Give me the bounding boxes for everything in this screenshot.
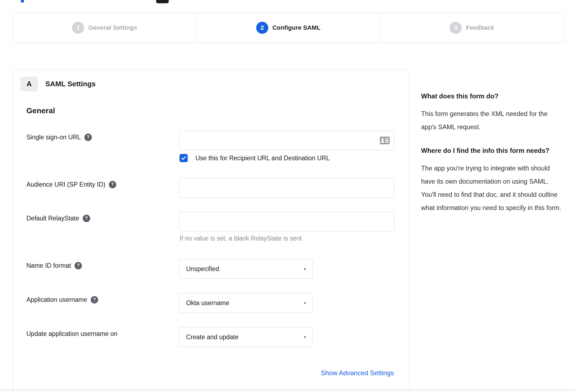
sso-url-label: Single sign-on URL ?	[26, 133, 92, 141]
audience-uri-label-text: Audience URI (SP Entity ID)	[26, 180, 105, 189]
recipient-url-checkbox-row: Use this for Recipient URL and Destinati…	[179, 154, 330, 162]
step-number-badge: 1	[72, 22, 84, 34]
caret-down-icon: ▾	[304, 335, 306, 340]
help-icon[interactable]: ?	[109, 181, 116, 188]
sso-url-input[interactable]	[179, 131, 394, 150]
recipient-url-checkbox-label: Use this for Recipient URL and Destinati…	[195, 154, 330, 162]
update-username-value: Create and update	[186, 333, 304, 341]
general-section-title: General	[26, 106, 55, 115]
recipient-url-checkbox[interactable]	[179, 154, 188, 162]
relaystate-hint: If no value is set, a blank RelayState i…	[179, 235, 302, 242]
cropped-header-artifact-blue	[21, 0, 24, 2]
step-label: Feedback	[466, 24, 494, 31]
application-username-value: Okta username	[186, 299, 304, 307]
caret-down-icon: ▾	[304, 266, 306, 272]
step-configure-saml[interactable]: 2 Configure SAML	[196, 13, 380, 43]
help-question-2: Where do I find the info this form needs…	[421, 145, 564, 156]
panel-title: SAML Settings	[45, 80, 96, 88]
update-username-label-text: Update application username on	[26, 330, 117, 338]
show-advanced-settings-link[interactable]: Show Advanced Settings	[321, 369, 394, 377]
name-id-format-value: Unspecified	[186, 265, 304, 273]
step-number-badge: 2	[256, 22, 268, 34]
update-username-select[interactable]: Create and update ▾	[179, 327, 313, 347]
wizard-stepper: 1 General Settings 2 Configure SAML 3 Fe…	[13, 13, 564, 43]
help-icon[interactable]: ?	[83, 215, 90, 222]
audience-uri-label: Audience URI (SP Entity ID) ?	[26, 180, 116, 189]
relaystate-input[interactable]	[179, 212, 394, 231]
step-general-settings[interactable]: 1 General Settings	[13, 13, 196, 43]
relaystate-label: Default RelayState ?	[26, 214, 90, 222]
caret-down-icon: ▾	[304, 300, 306, 306]
step-number-badge: 3	[450, 22, 462, 34]
name-id-format-select[interactable]: Unspecified ▾	[179, 259, 313, 279]
checkmark-icon	[181, 155, 186, 161]
application-username-select[interactable]: Okta username ▾	[179, 293, 313, 313]
section-a-badge: A	[20, 77, 38, 91]
application-username-label: Application username ?	[26, 296, 98, 304]
screenshot-crop-dotted-line	[0, 390, 575, 390]
help-icon[interactable]: ?	[74, 262, 82, 269]
help-icon[interactable]: ?	[84, 134, 92, 141]
help-answer-2: The app you're trying to integrate with …	[421, 162, 564, 214]
panel-header: A SAML Settings	[20, 77, 96, 91]
name-id-format-label: Name ID format ?	[26, 261, 82, 270]
step-label: General Settings	[88, 24, 137, 31]
step-feedback[interactable]: 3 Feedback	[380, 13, 564, 43]
sso-url-label-text: Single sign-on URL	[26, 133, 81, 141]
contact-card-icon	[380, 136, 390, 145]
help-icon[interactable]: ?	[91, 296, 98, 303]
name-id-format-label-text: Name ID format	[26, 261, 71, 270]
audience-uri-input[interactable]	[179, 178, 394, 198]
update-username-label: Update application username on	[26, 330, 117, 338]
help-question-1: What does this form do?	[421, 91, 564, 102]
step-label: Configure SAML	[272, 24, 320, 31]
help-answer-1: This form generates the XML needed for t…	[421, 107, 564, 134]
saml-settings-panel: A SAML Settings General Single sign-on U…	[13, 69, 410, 392]
application-username-label-text: Application username	[26, 296, 87, 304]
sso-url-input-wrap	[179, 131, 394, 150]
help-sidebar: What does this form do? This form genera…	[421, 91, 564, 226]
relaystate-label-text: Default RelayState	[26, 214, 79, 222]
cropped-header-artifact-dark	[156, 0, 169, 3]
